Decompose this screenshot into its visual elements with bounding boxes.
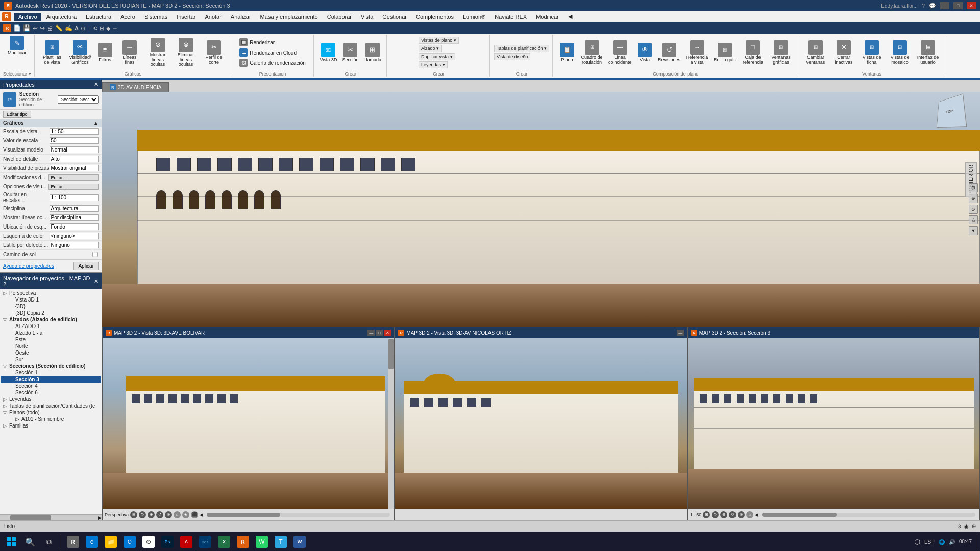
nav-item-sur[interactable]: Sur <box>1 356 101 363</box>
nav-item-alzado1[interactable]: ALZADO 1 <box>1 323 101 330</box>
help-icon[interactable]: ? <box>922 3 925 9</box>
tab-3d-av-audiencia[interactable]: R 3D-AV AUDIENCIA <box>102 82 169 92</box>
properties-close-btn[interactable]: ✕ <box>94 81 99 88</box>
nav-item-seccion3[interactable]: Sección 3 <box>1 376 101 383</box>
qat-save[interactable]: 💾 <box>23 24 31 32</box>
taskbar-app-explorer[interactable]: 📁 <box>102 533 120 551</box>
nav-item-alzados[interactable]: ▽ Alzados (Alzado de edificio) <box>1 316 101 323</box>
feedback-icon[interactable]: 💬 <box>929 3 936 9</box>
ribbon-btn-lineas-finas[interactable]: — Líneas finas <box>116 39 143 66</box>
taskbar-show-desktop[interactable] <box>976 534 978 549</box>
taskbar-app-word[interactable]: W <box>290 533 309 551</box>
menu-archivo[interactable]: Archivo <box>14 13 41 21</box>
nav-item-secciones[interactable]: ▽ Secciones (Sección de edificio) <box>1 363 101 369</box>
main-3d-view[interactable]: POSTERIOR TOP ⊞ ⊕ ⊙ △ ▼ <box>102 92 980 327</box>
menu-anotar[interactable]: Anotar <box>201 13 225 21</box>
ribbon-btn-eliminar-ocultas[interactable]: ⊗ Eliminar líneas ocultas <box>173 37 200 69</box>
menu-masa[interactable]: Masa y emplazamiento <box>256 13 322 21</box>
subview-bolivar-close[interactable]: ✕ <box>384 330 391 336</box>
taskbar-app-autocad[interactable]: A <box>177 533 195 551</box>
ribbon-btn-leyendas[interactable]: Leyendas ▾ <box>419 61 448 68</box>
sv1-nav-icon-6[interactable]: ⌂ <box>174 511 181 518</box>
qat-annotate[interactable]: ✍ <box>65 24 72 32</box>
qat-point[interactable]: ◆ <box>106 25 110 32</box>
minimize-btn[interactable]: — <box>940 2 949 9</box>
sv1-nav-icon-8[interactable]: ⬛ <box>191 511 198 518</box>
ribbon-btn-linea-coincidente[interactable]: — Línea coincidente <box>606 39 633 66</box>
qat-snap[interactable]: ⟲ <box>93 25 97 32</box>
prop-disciplina-value[interactable]: Arquitectura <box>50 205 99 212</box>
ribbon-btn-vistas-plano[interactable]: Vistas de plano ▾ <box>419 37 459 44</box>
ribbon-btn-vista3d[interactable]: 3D Vista 3D <box>318 42 339 64</box>
ribbon-btn-galeria[interactable]: 🖼 Galería de renderización <box>238 58 307 67</box>
ribbon-btn-seccion[interactable]: ✂ Sección <box>340 42 360 64</box>
qat-redo[interactable]: ↪ <box>40 24 45 32</box>
nav-scroll-right[interactable]: ▶ <box>98 515 102 520</box>
prop-estilo-value[interactable]: Ninguno <box>50 242 99 248</box>
ribbon-btn-filtros[interactable]: ≡ Filtros <box>95 42 115 64</box>
prop-modif-value[interactable]: Editar... <box>48 174 99 181</box>
ribbon-btn-vista-comp[interactable]: 👁 Vista <box>634 42 655 64</box>
subview-sec3-content[interactable] <box>688 338 979 509</box>
taskbar-network[interactable]: 🌐 <box>939 539 945 545</box>
subview-bolivar-minimize[interactable]: — <box>368 330 375 336</box>
ribbon-btn-tablas[interactable]: Tablas de planificación ▾ <box>494 45 549 52</box>
prop-escala-vista-value[interactable]: 1 : 50 <box>50 128 99 135</box>
prop-lineas-value[interactable]: Por disciplina <box>50 214 99 221</box>
ribbon-btn-plano[interactable]: 📋 Plano <box>557 42 577 64</box>
taskbar-taskview-btn[interactable]: ⧉ <box>40 533 58 551</box>
nav-item-seccion6[interactable]: Sección 6 <box>1 389 101 396</box>
sv1-scrollbar-h[interactable] <box>207 513 390 517</box>
sv1-scrollbar-v[interactable] <box>388 338 394 509</box>
taskbar-app-telegram[interactable]: T <box>272 533 290 551</box>
menu-vista[interactable]: Vista <box>357 13 377 21</box>
prop-ubicacion-value[interactable]: Fondo <box>50 223 99 230</box>
qat-grid[interactable]: ⊞ <box>100 25 104 32</box>
apply-button[interactable]: Aplicar <box>74 262 99 270</box>
nav-scrollbar-h[interactable]: ▶ <box>0 514 102 520</box>
menu-naviate[interactable]: Naviate REX <box>491 13 531 21</box>
subview-ortiz-minimize[interactable]: — <box>677 330 684 336</box>
nav-item-planos[interactable]: ▽ Planos (todo) <box>1 409 101 416</box>
vp-icon-4[interactable]: △ <box>969 215 978 224</box>
prop-opc-value[interactable]: Editar... <box>48 184 99 190</box>
subview-ortiz-content[interactable] <box>395 338 687 509</box>
ribbon-btn-perfil[interactable]: ✂ Perfil de corte <box>201 39 228 66</box>
menu-modificar[interactable]: Modificar <box>532 13 563 21</box>
sv3-nav-icon-3[interactable]: ⊕ <box>720 511 727 518</box>
menu-complementos[interactable]: Complementos <box>412 13 458 21</box>
nav-item-norte[interactable]: Norte <box>1 343 101 349</box>
ribbon-btn-llamada[interactable]: ⊞ Llamada <box>361 42 383 64</box>
ribbon-btn-duplicar-vista[interactable]: Duplicar vista ▾ <box>419 53 455 60</box>
menu-arquitectura[interactable]: Arquitectura <box>42 13 81 21</box>
nav-item-este[interactable]: Este <box>1 336 101 343</box>
menu-sistemas[interactable]: Sistemas <box>140 13 172 21</box>
sv1-nav-icon-1[interactable]: ⊞ <box>130 511 137 518</box>
close-btn[interactable]: ✕ <box>967 2 976 9</box>
sv1-nav-icon-3[interactable]: ⊕ <box>148 511 155 518</box>
sv1-nav-icon-2[interactable]: ⟳ <box>139 511 146 518</box>
nav-item-oeste[interactable]: Oeste <box>1 349 101 356</box>
prop-ocultar-value[interactable]: 1 : 100 <box>50 194 99 201</box>
ribbon-btn-modificar[interactable]: ✎ Modificar <box>6 35 29 57</box>
sv3-nav-expand[interactable]: ◀ <box>755 512 758 517</box>
prop-vis-piezas-value[interactable]: Mostrar original <box>50 165 99 171</box>
prop-esquema-value[interactable]: <ninguno> <box>50 233 99 239</box>
prop-visualizar-value[interactable]: Normal <box>50 146 99 153</box>
vp-icon-2[interactable]: ⊕ <box>969 194 978 203</box>
menu-gestionar[interactable]: Gestionar <box>378 13 411 21</box>
nav-item-leyendas[interactable]: ▷ Leyendas <box>1 396 101 403</box>
taskbar-app-revit[interactable]: R <box>64 533 82 551</box>
maximize-btn[interactable]: □ <box>953 2 963 9</box>
taskbar-app-revit2[interactable]: R <box>234 533 252 551</box>
ribbon-btn-render-cloud[interactable]: ☁ Renderizar en Cloud <box>238 48 307 57</box>
ribbon-btn-plantillas[interactable]: ⊞ Plantillas de vista <box>39 39 66 66</box>
sv1-nav-icon-5[interactable]: ⊙ <box>165 511 172 518</box>
taskbar-dropbox[interactable]: ⬡ <box>914 538 920 546</box>
sv3-nav-icon-2[interactable]: ⟳ <box>712 511 719 518</box>
taskbar-volume[interactable]: 🔊 <box>949 539 955 545</box>
taskbar-start-btn[interactable] <box>2 533 20 551</box>
ribbon-btn-vistas-mosaico[interactable]: ⊟ Vistas de mosaico <box>887 39 914 66</box>
ribbon-btn-alzado[interactable]: Alzado ▾ <box>419 45 442 52</box>
sv3-scrollbar-h[interactable] <box>762 513 975 517</box>
